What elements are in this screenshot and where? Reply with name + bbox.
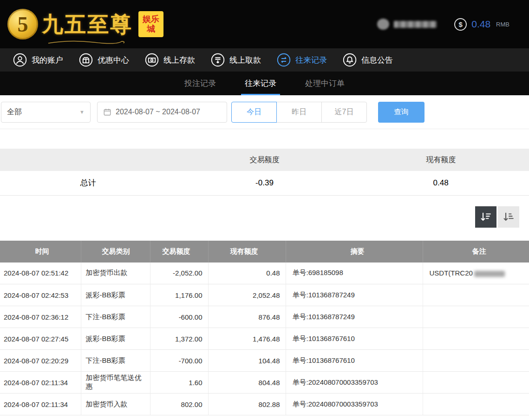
- nav-item-my-account[interactable]: 我的账户: [9, 53, 75, 67]
- brand-badge-bottom: 城: [147, 24, 155, 34]
- sort-ascending-button[interactable]: [498, 206, 519, 228]
- summary-header-empty: [0, 149, 176, 171]
- table-row: 2024-08-07 02:11:34加密货币入款802.00802.88单号:…: [0, 394, 529, 415]
- table-row: 2024-08-07 02:20:29下注-BB彩票-700.00104.48单…: [0, 350, 529, 372]
- nav-item-label: 信息公告: [361, 55, 393, 66]
- query-button[interactable]: 查询: [378, 102, 425, 123]
- cell-summary: 单号:202408070003359703: [286, 394, 423, 415]
- summary-header-trade-amount: 交易额度: [176, 149, 353, 171]
- cell-balance: 1,476.48: [208, 328, 286, 350]
- coin-logo-icon: 5: [7, 9, 38, 39]
- cell-type: 派彩-BB彩票: [81, 284, 150, 306]
- records-table: 时间交易类别交易额度现有额度摘要备注 2024-08-07 02:51:42加密…: [0, 241, 529, 416]
- cell-summary: 单号:202408070003359703: [286, 372, 423, 394]
- dollar-circle-icon: $: [454, 18, 467, 31]
- cell-note: [423, 372, 529, 394]
- nav-item-label: 往来记录: [295, 55, 327, 66]
- cell-time: 2024-08-07 02:36:12: [0, 306, 81, 328]
- cell-time: 2024-08-07 02:11:34: [0, 372, 81, 394]
- table-row: 2024-08-07 02:27:45派彩-BB彩票1,372.001,476.…: [0, 328, 529, 350]
- nav-item-transactions[interactable]: 往来记录: [273, 53, 339, 67]
- tab-bet-records[interactable]: 投注记录: [181, 72, 220, 95]
- cell-note: USDT(TRC20: [423, 262, 529, 284]
- date-range-input[interactable]: 2024-08-07 ~ 2024-08-07: [97, 102, 227, 123]
- summary-total-label: 总计: [0, 171, 176, 195]
- records-col-header-2: 交易额度: [150, 241, 208, 262]
- quick-range-0[interactable]: 今日: [231, 102, 277, 123]
- nav-item-deposit[interactable]: 线上存款: [141, 53, 207, 67]
- cell-type: 加密货币入款: [81, 394, 150, 415]
- brand-badge-top: 娱乐: [143, 14, 159, 24]
- sort-descending-icon: [480, 211, 492, 223]
- deposit-icon: [145, 53, 159, 67]
- cell-note: [423, 394, 529, 415]
- page: 5 九五至尊 娱乐 城 $ 0.48 RMB 我的账户优惠中心线上存款线上取款往…: [0, 0, 529, 420]
- user-avatar[interactable]: [377, 19, 389, 30]
- sort-descending-button[interactable]: [475, 206, 496, 228]
- table-row: 2024-08-07 02:51:42加密货币出款-2,052.000.48单号…: [0, 262, 529, 284]
- records-table-head: 时间交易类别交易额度现有额度摘要备注: [0, 241, 529, 262]
- cell-time: 2024-08-07 02:51:42: [0, 262, 81, 284]
- cell-type: 加密货币出款: [81, 262, 150, 284]
- cell-amount: 1,176.00: [150, 284, 208, 306]
- nav-item-label: 优惠中心: [98, 55, 129, 66]
- calendar-icon: [103, 108, 111, 116]
- record-tabs: 投注记录往来记录处理中订单: [0, 72, 529, 95]
- cell-type: 下注-BB彩票: [81, 306, 150, 328]
- withdraw-icon: [211, 53, 225, 67]
- cell-amount: 1,372.00: [150, 328, 208, 350]
- app-header: 5 九五至尊 娱乐 城 $ 0.48 RMB: [0, 0, 529, 48]
- cell-amount: -700.00: [150, 350, 208, 372]
- tab-pending-orders[interactable]: 处理中订单: [301, 72, 348, 95]
- cell-note: [423, 350, 529, 372]
- summary-header-balance: 现有额度: [353, 149, 529, 171]
- cell-amount: 1.60: [150, 372, 208, 394]
- records-col-header-1: 交易类别: [81, 241, 150, 262]
- cell-summary: 单号:101368787249: [286, 306, 423, 328]
- tab-transaction-records[interactable]: 往来记录: [241, 72, 280, 95]
- cell-type: 下注-BB彩票: [81, 350, 150, 372]
- nav-item-withdraw[interactable]: 线上取款: [207, 53, 273, 67]
- cell-amount: 802.00: [150, 394, 208, 415]
- cell-summary: 单号:101368787249: [286, 284, 423, 306]
- brand-badge: 娱乐 城: [138, 11, 163, 37]
- category-select[interactable]: 全部 ▼: [1, 102, 91, 123]
- records-col-header-4: 摘要: [286, 241, 423, 262]
- cell-summary: 单号:101368767610: [286, 328, 423, 350]
- user-icon: [13, 53, 27, 67]
- cell-balance: 802.88: [208, 394, 286, 415]
- records-table-body: 2024-08-07 02:51:42加密货币出款-2,052.000.48单号…: [0, 262, 529, 415]
- cell-type: 派彩-BB彩票: [81, 328, 150, 350]
- account-area: $ 0.48 RMB: [377, 18, 509, 31]
- records-col-header-5: 备注: [423, 241, 529, 262]
- cell-balance: 876.48: [208, 306, 286, 328]
- cell-note: [423, 284, 529, 306]
- quick-range-1[interactable]: 昨日: [276, 102, 322, 123]
- cell-balance: 804.48: [208, 372, 286, 394]
- quick-range-2[interactable]: 近7日: [321, 102, 367, 123]
- cell-type: 加密货币笔笔送优惠: [81, 372, 150, 394]
- nav-item-label: 我的账户: [32, 55, 63, 66]
- quick-range-group: 今日昨日近7日: [232, 102, 367, 123]
- summary-row: 总计 -0.39 0.48: [0, 171, 529, 195]
- date-range-value: 2024-08-07 ~ 2024-08-07: [116, 108, 200, 116]
- gift-icon: [79, 53, 93, 67]
- filter-bar: 全部 ▼ 2024-08-07 ~ 2024-08-07 今日昨日近7日 查询: [0, 95, 529, 129]
- bell-icon: [343, 53, 357, 67]
- summary-table: 交易额度 现有额度 总计 -0.39 0.48: [0, 149, 529, 196]
- balance-currency: RMB: [496, 21, 509, 28]
- nav-item-label: 线上取款: [229, 55, 261, 66]
- cell-balance: 104.48: [208, 350, 286, 372]
- records-col-header-0: 时间: [0, 241, 81, 262]
- nav-item-promotions[interactable]: 优惠中心: [75, 53, 141, 67]
- summary-trade-amount: -0.39: [176, 171, 353, 195]
- nav-item-announcements[interactable]: 信息公告: [339, 53, 405, 67]
- cell-time: 2024-08-07 02:27:45: [0, 328, 81, 350]
- cell-time: 2024-08-07 02:42:53: [0, 284, 81, 306]
- redacted-note-block: [474, 271, 505, 277]
- gold-flourish-decoration: [47, 39, 126, 46]
- cell-time: 2024-08-07 02:20:29: [0, 350, 81, 372]
- sort-ascending-icon: [503, 211, 515, 223]
- main-nav: 我的账户优惠中心线上存款线上取款往来记录信息公告: [0, 48, 529, 72]
- cell-summary: 单号:101368767610: [286, 350, 423, 372]
